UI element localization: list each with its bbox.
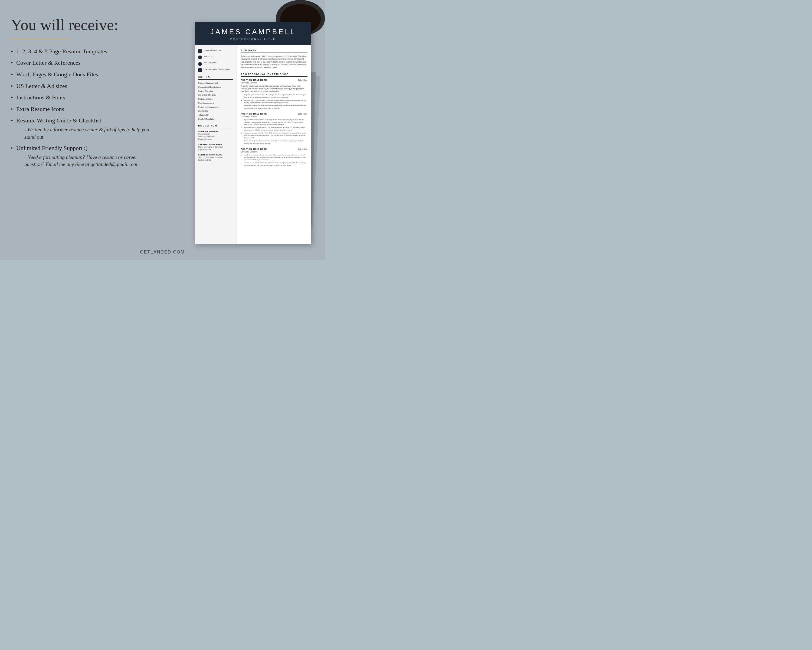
contact-email: youremail@mail.com xyxy=(198,49,233,53)
skill-item: Improving Efficiency xyxy=(198,94,233,96)
skill-item: Leadership xyxy=(198,110,233,112)
experience-bullet: You can rearrange the order of the XYZ f… xyxy=(244,132,307,139)
gold-divider xyxy=(11,39,70,40)
resume-name: JAMES CAMPBELL xyxy=(200,28,306,36)
skill-item: Risk Assessment xyxy=(198,102,233,104)
experience-date: Date - Date xyxy=(298,79,307,81)
resume-sidebar: youremail@mail.com 555.555.5555 Your Cit… xyxy=(195,45,237,244)
feature-item: Instructions & Fonts xyxy=(11,94,151,102)
summary-text: Technical project manager with 9+ years … xyxy=(241,55,307,69)
email-text: youremail@mail.com xyxy=(203,49,221,52)
education-detail: State, University or Company xyxy=(198,156,233,159)
experience-header: POSITION TITLE HEREDate - Date xyxy=(241,113,307,115)
education-detail: State, University or Company xyxy=(198,146,233,148)
experience-bullets: Last but not least, proofread your resum… xyxy=(241,154,307,167)
education-detail: Concentration xyxy=(198,133,233,135)
envelope-icon xyxy=(198,49,202,53)
feature-item: Resume Writing Guide & ChecklistWritten … xyxy=(11,117,151,141)
summary-section-title: SUMMARY xyxy=(241,49,307,53)
experience-entry: POSITION TITLE HEREDate - DateCompany, L… xyxy=(241,79,307,109)
experience-bullets: Targeting your resume to the job posting… xyxy=(241,94,307,109)
skill-item: Conflict Resolution xyxy=(198,118,233,121)
experience-bullet: It's super easy – just highlight the mos… xyxy=(244,99,307,104)
phone-icon xyxy=(198,55,202,59)
experience-title: POSITION TITLE HERE xyxy=(241,148,267,150)
experience-section-title: PROFESSIONAL EXPERIENCE xyxy=(241,73,307,76)
resume-header: JAMES CAMPBELL PROFESSIONAL TITLE xyxy=(195,22,311,45)
experience-company: Company, Location xyxy=(241,82,307,84)
experience-bullet: If you want to stand out from your compe… xyxy=(244,119,307,126)
experience-description: To get the most impact for your effort, … xyxy=(241,85,307,93)
resume-body: youremail@mail.com 555.555.5555 Your Cit… xyxy=(195,45,311,244)
feature-item: Word, Pages & Google Docs Files xyxy=(11,71,151,78)
linkedin-text: Linkedin.com/in/ First-Lastname xyxy=(203,68,230,71)
experience-bullet: It goes like this: Accomplished [X] as m… xyxy=(244,127,307,132)
skill-item: Resource Management xyxy=(198,106,233,109)
contact-phone: 555.555.5555 xyxy=(198,55,233,59)
location-icon xyxy=(197,61,203,67)
features-list: 1, 2, 3, 4 & 5 Page Resume TemplatesCove… xyxy=(11,47,151,168)
resume-main: SUMMARY Technical project manager with 9… xyxy=(237,45,311,244)
experience-entry: POSITION TITLE HEREDate - DateCompany, L… xyxy=(241,148,307,167)
phone-text: 555.555.5555 xyxy=(203,55,215,58)
experience-title: POSITION TITLE HERE xyxy=(241,79,267,81)
feature-sub-item: Written by a former resume writer & full… xyxy=(16,126,151,141)
resume-professional-title: PROFESSIONAL TITLE xyxy=(200,38,306,40)
linkedin-icon xyxy=(198,68,202,72)
experience-company: Company, Location xyxy=(241,151,307,153)
feature-item: 1, 2, 3, 4 & 5 Page Resume Templates xyxy=(11,47,151,55)
experience-bullet: Last but not least, proofread your resum… xyxy=(244,154,307,161)
experience-container: POSITION TITLE HEREDate - DateCompany, L… xyxy=(241,79,307,167)
skill-item: Project Planning xyxy=(198,90,233,93)
feature-item: Cover Letter & References xyxy=(11,59,151,67)
education-item: NAME OF DEGREEConcentrationUniversity, L… xyxy=(198,130,233,141)
feature-item: US Letter & A4 sizes xyxy=(11,82,151,90)
skill-item: Adaptability xyxy=(198,114,233,116)
education-degree: CERTIFICATION HERE xyxy=(198,143,233,146)
contact-linkedin: Linkedin.com/in/ First-Lastname xyxy=(198,68,233,72)
experience-bullet: Make sure you check the most overlooked … xyxy=(244,162,307,167)
experience-header: POSITION TITLE HEREDate - Date xyxy=(241,79,307,81)
feature-sub-item: Need a formatting cleanup? Have a resume… xyxy=(16,154,151,168)
experience-title: POSITION TITLE HERE xyxy=(241,113,267,115)
experience-date: Date - Date xyxy=(298,148,307,150)
education-section-title: EDUCATION xyxy=(198,124,233,128)
experience-bullet: Targeting your resume to the job posting… xyxy=(244,94,307,99)
education-detail: Expiration Date xyxy=(198,148,233,151)
education-degree: NAME OF DEGREE xyxy=(198,130,233,133)
feature-item: Unlimited Friendly Support :)Need a form… xyxy=(11,144,151,168)
footer-website: GETLANDED.COM xyxy=(140,250,185,255)
experience-header: POSITION TITLE HEREDate - Date xyxy=(241,148,307,150)
left-content: You will receive: 1, 2, 3, 4 & 5 Page Re… xyxy=(11,16,151,172)
main-heading: You will receive: xyxy=(11,16,151,34)
education-degree: CERTIFICATION HERE xyxy=(198,154,233,156)
contact-location: Your City, State xyxy=(198,61,233,66)
skills-container: Process ImprovementContracts & Negotiati… xyxy=(198,82,233,121)
location-text: Your City, State xyxy=(203,61,217,64)
education-detail: University, Location xyxy=(198,135,233,138)
skill-item: Process Improvement xyxy=(198,82,233,84)
education-detail: Graduation Year xyxy=(198,138,233,141)
skill-item: Reducing Costs xyxy=(198,98,233,101)
experience-bullets: If you want to stand out from your compe… xyxy=(241,119,307,145)
skills-section-title: SKILLS xyxy=(198,76,233,80)
experience-company: Company, Location xyxy=(241,116,307,118)
education-detail: Expiration Date xyxy=(198,159,233,161)
experience-bullet: Check out the guide that came with your … xyxy=(244,140,307,145)
education-container: NAME OF DEGREEConcentrationUniversity, L… xyxy=(198,130,233,162)
education-item: CERTIFICATION HEREState, University or C… xyxy=(198,154,233,161)
education-item: CERTIFICATION HEREState, University or C… xyxy=(198,143,233,151)
skill-item: Contracts & Negotiations xyxy=(198,86,233,89)
resume-document: JAMES CAMPBELL PROFESSIONAL TITLE yourem… xyxy=(195,22,311,244)
experience-entry: POSITION TITLE HEREDate - DateCompany, L… xyxy=(241,113,307,145)
feature-item: Extra Resume Icons xyxy=(11,106,151,113)
experience-date: Date - Date xyxy=(298,113,307,115)
experience-bullet: Just make sure you have the experience t… xyxy=(244,104,307,109)
